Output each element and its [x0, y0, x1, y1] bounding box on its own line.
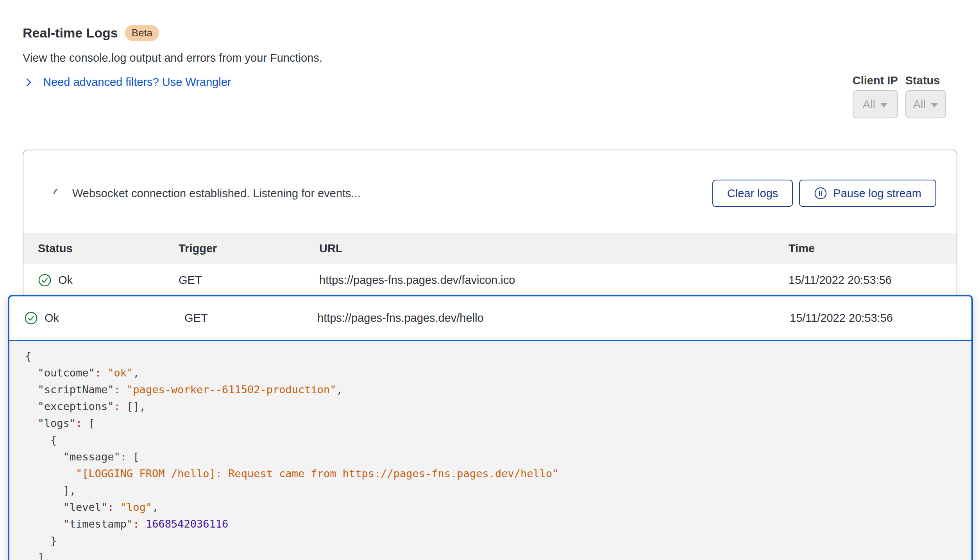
row-url: https://pages-fns.pages.dev/favicon.ico: [319, 274, 789, 287]
row-status: Ok: [58, 274, 73, 287]
status-filter-group: Status All: [905, 74, 946, 118]
clear-logs-button[interactable]: Clear logs: [712, 180, 793, 207]
spinner-icon: [52, 187, 64, 200]
log-statusbar: Websocket connection established. Listen…: [54, 180, 936, 207]
column-header-status: Status: [38, 242, 179, 255]
row-trigger: GET: [179, 274, 319, 287]
pause-log-stream-label: Pause log stream: [833, 187, 921, 200]
row-status: Ok: [45, 312, 59, 325]
check-circle-icon: [24, 311, 38, 325]
row-trigger: GET: [184, 312, 317, 325]
table-header: Status Trigger URL Time: [23, 233, 957, 264]
log-json-output: { "outcome": "ok", "scriptName": "pages-…: [9, 341, 971, 560]
realtime-logs-page: { "page": { "title": "Real-time Logs", "…: [0, 0, 980, 560]
client-ip-filter-dropdown[interactable]: All: [853, 90, 898, 118]
page-subtitle: View the console.log output and errors f…: [23, 51, 322, 65]
page-header: Real-time Logs Beta View the console.log…: [23, 23, 322, 89]
column-header-time: Time: [789, 242, 957, 255]
beta-badge: Beta: [125, 25, 159, 41]
clear-logs-label: Clear logs: [727, 187, 778, 200]
table-row[interactable]: Ok GET https://pages-fns.pages.dev/favic…: [23, 264, 957, 296]
row-time: 15/11/2022 20:53:56: [789, 274, 957, 287]
status-filter-label: Status: [905, 74, 946, 87]
client-ip-filter-group: Client IP All: [853, 74, 898, 118]
status-filter-value: All: [913, 98, 926, 111]
check-circle-icon: [38, 273, 52, 287]
pause-log-stream-button[interactable]: Pause log stream: [799, 180, 936, 207]
status-filter-dropdown[interactable]: All: [905, 90, 946, 118]
page-title: Real-time Logs: [23, 23, 118, 42]
wrangler-link[interactable]: Need advanced filters? Use Wrangler: [23, 76, 322, 89]
pause-icon: [814, 187, 827, 200]
table-row-expanded[interactable]: Ok GET https://pages-fns.pages.dev/hello…: [9, 296, 971, 341]
column-header-url: URL: [319, 242, 789, 255]
log-filters: Client IP All Status All: [853, 74, 946, 118]
row-url: https://pages-fns.pages.dev/hello: [317, 312, 790, 325]
caret-down-icon: [880, 103, 888, 107]
caret-down-icon: [930, 103, 938, 107]
chevron-right-icon: [23, 77, 34, 88]
client-ip-filter-label: Client IP: [853, 74, 898, 87]
wrangler-link-label: Need advanced filters? Use Wrangler: [43, 76, 231, 89]
column-header-trigger: Trigger: [179, 242, 319, 255]
client-ip-filter-value: All: [863, 98, 875, 111]
expanded-log-entry: Ok GET https://pages-fns.pages.dev/hello…: [8, 295, 973, 560]
websocket-status-text: Websocket connection established. Listen…: [72, 187, 361, 200]
row-time: 15/11/2022 20:53:56: [790, 312, 971, 325]
